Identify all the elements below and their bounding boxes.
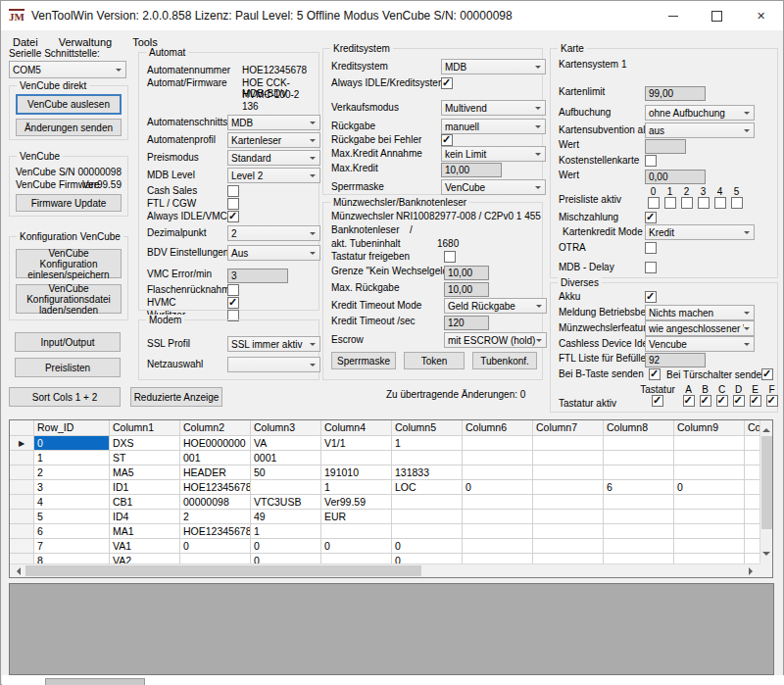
sperrmaske-select[interactable]: VenCube — [441, 179, 546, 195]
table-cell[interactable] — [533, 480, 604, 495]
sperrmaske-button[interactable]: Sperrmaske — [331, 352, 396, 369]
table-cell[interactable]: 0 — [463, 480, 533, 495]
table-cell[interactable] — [745, 510, 760, 524]
table-cell[interactable]: 0001 — [251, 451, 321, 465]
rueckgabe-select[interactable]: manuell — [441, 119, 546, 134]
table-cell[interactable] — [674, 451, 745, 465]
table-cell[interactable] — [533, 451, 604, 465]
table-cell[interactable]: ST — [110, 451, 180, 465]
table-cell[interactable] — [392, 495, 463, 510]
table-cell[interactable]: EUR — [321, 510, 392, 524]
automatenprofil-select[interactable]: Kartenleser — [227, 132, 320, 148]
table-cell[interactable] — [745, 480, 760, 495]
always-idle-kreditsystem-checkbox[interactable] — [441, 77, 453, 89]
table-cell[interactable] — [463, 524, 533, 539]
tastatur-checkbox-0[interactable] — [652, 395, 663, 407]
table-cell[interactable] — [463, 554, 533, 563]
table-cell[interactable] — [604, 451, 674, 465]
table-cell[interactable] — [533, 524, 604, 539]
rueckgabe-bei-fehler-checkbox[interactable] — [441, 134, 453, 146]
bdv-einstellungen-select[interactable]: Aus — [227, 245, 320, 261]
mischzahlung-checkbox[interactable] — [645, 212, 657, 223]
table-cell[interactable] — [392, 451, 463, 465]
akku-checkbox[interactable] — [645, 291, 657, 303]
table-cell[interactable]: 50 — [251, 465, 321, 480]
flaschenruecknahme-checkbox[interactable] — [227, 284, 239, 296]
table-cell[interactable] — [674, 465, 745, 480]
table-cell[interactable]: 2 — [34, 465, 110, 480]
tastatur-checkbox-6[interactable] — [766, 395, 778, 407]
table-cell[interactable]: HEADER — [180, 465, 251, 480]
hvmc-checkbox[interactable] — [227, 297, 239, 309]
kreditsystem-select[interactable]: MDB — [441, 59, 546, 74]
muenzwechslerfeature-select[interactable]: wie angeschlossener Wech — [645, 320, 755, 336]
table-cell[interactable] — [533, 495, 604, 510]
table-cell[interactable]: ID1 — [110, 480, 180, 495]
table-cell[interactable] — [463, 539, 533, 554]
table-cell[interactable] — [392, 510, 463, 524]
table-cell[interactable]: 4 — [34, 495, 110, 510]
dezimalpunkt-select[interactable]: 2 — [227, 225, 320, 241]
row-header[interactable] — [10, 451, 34, 465]
table-cell[interactable]: 6 — [34, 524, 110, 539]
table-cell[interactable]: ID4 — [110, 510, 180, 524]
tuerschalter-senden-checkbox[interactable] — [761, 368, 773, 380]
table-cell[interactable]: LOC — [392, 480, 463, 495]
ftl-liste-input[interactable]: 92 — [645, 353, 706, 367]
table-cell[interactable]: 5 — [34, 510, 110, 524]
kredit-timeout-sec-input[interactable]: 120 — [444, 316, 489, 330]
column-header[interactable]: Column7 — [533, 420, 604, 436]
column-header[interactable]: Column5 — [392, 420, 463, 436]
table-cell[interactable]: DXS — [110, 436, 180, 451]
row-header[interactable] — [10, 539, 34, 554]
table-cell[interactable] — [745, 451, 760, 465]
tastatur-checkbox-3[interactable] — [716, 395, 728, 407]
table-cell[interactable]: V1/1 — [321, 436, 392, 451]
table-cell[interactable]: Ver99.59 — [321, 495, 392, 510]
scroll-right-icon[interactable] — [749, 567, 757, 575]
column-header[interactable]: Column6 — [463, 420, 533, 436]
verkaufsmodus-select[interactable]: Multivend — [441, 100, 546, 116]
vertical-scrollbar[interactable] — [760, 420, 772, 563]
table-cell[interactable] — [321, 554, 392, 563]
row-header[interactable] — [10, 524, 34, 539]
row-header[interactable]: ▶ — [10, 436, 34, 451]
horizontal-scrollbar[interactable] — [10, 563, 760, 577]
vertical-scroll-thumb[interactable] — [761, 436, 772, 529]
row-header[interactable] — [10, 554, 34, 563]
row-header[interactable] — [10, 480, 34, 495]
table-cell[interactable] — [604, 495, 674, 510]
kredit-timeout-mode-select[interactable]: Geld Rückgabe — [444, 298, 547, 314]
max-rueckgabe-input[interactable]: 10,00 — [444, 282, 489, 297]
tastatur-checkbox-2[interactable] — [700, 395, 711, 407]
table-cell[interactable]: 1 — [251, 524, 321, 539]
table-cell[interactable] — [463, 465, 533, 480]
table-cell[interactable] — [674, 495, 745, 510]
table-cell[interactable]: 191010 — [321, 465, 392, 480]
tastatur-freigeben-checkbox[interactable] — [444, 251, 456, 263]
preisliste-checkbox-1[interactable] — [664, 197, 676, 209]
netzauswahl-select[interactable] — [227, 357, 320, 372]
vmc-error-input[interactable]: 3 — [227, 269, 288, 283]
table-cell[interactable]: 0 — [674, 480, 745, 495]
table-cell[interactable] — [321, 451, 392, 465]
preisliste-checkbox-5[interactable] — [731, 197, 743, 209]
kostenstellenkarte-checkbox[interactable] — [645, 155, 657, 167]
column-header[interactable]: Column1 — [110, 420, 180, 436]
table-cell[interactable] — [392, 524, 463, 539]
kartensubvention-select[interactable]: aus — [645, 122, 755, 138]
meldung-betriebsbereit-select[interactable]: Nichts machen — [645, 305, 755, 320]
table-cell[interactable]: VA2 — [110, 554, 180, 563]
table-cell[interactable]: VA1 — [110, 539, 180, 554]
table-cell[interactable]: MA5 — [110, 465, 180, 480]
aufbuchung-select[interactable]: ohne Aufbuchung — [645, 105, 755, 121]
table-cell[interactable]: 7 — [34, 539, 110, 554]
cashless-device-ident-select[interactable]: Vencube — [645, 336, 755, 352]
table-cell[interactable]: 2 — [180, 510, 251, 524]
preislisten-button[interactable]: Preislisten — [15, 358, 121, 377]
escrow-select[interactable]: mit ESCROW (hold) — [444, 332, 547, 348]
mdb-level-select[interactable]: Level 2 — [227, 168, 320, 183]
table-cell[interactable] — [674, 539, 745, 554]
scroll-down-icon[interactable] — [762, 552, 770, 560]
table-cell[interactable] — [604, 524, 674, 539]
